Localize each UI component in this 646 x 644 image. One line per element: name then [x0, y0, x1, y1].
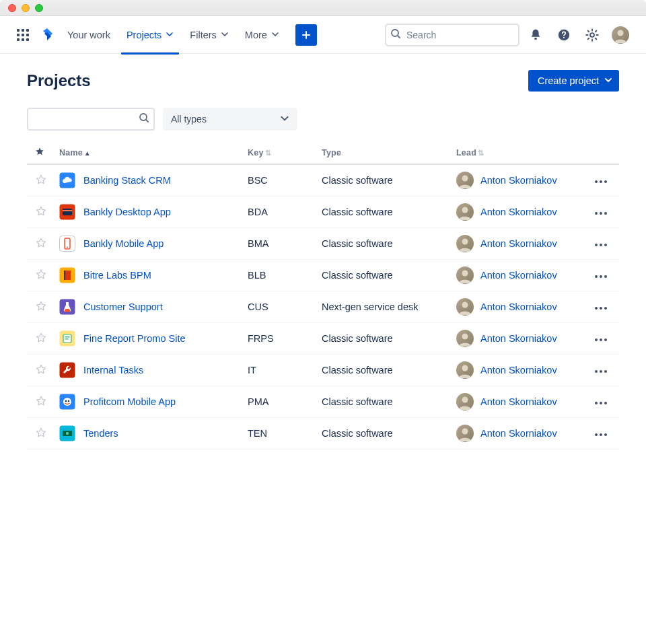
table-row: Bankly Desktop AppBDAClassic softwareAnt…: [27, 196, 619, 228]
notifications-button[interactable]: [524, 23, 548, 47]
lead-link[interactable]: Anton Skorniakov: [480, 207, 557, 217]
column-star[interactable]: [27, 141, 54, 164]
table-row: Fine Report Promo SiteFRPSClassic softwa…: [27, 323, 619, 355]
project-name-link[interactable]: Bitre Labs BPM: [83, 270, 151, 281]
row-more-actions[interactable]: [591, 208, 611, 219]
project-name-link[interactable]: Customer Support: [83, 301, 163, 312]
project-name-link[interactable]: Profitcom Mobile App: [83, 396, 176, 407]
chevron-down-icon: [221, 30, 229, 40]
row-lead-cell: Anton Skorniakov: [451, 291, 585, 323]
star-toggle[interactable]: [35, 205, 47, 217]
project-name-link[interactable]: Bankly Desktop App: [83, 207, 171, 217]
row-more-actions[interactable]: [591, 176, 611, 187]
project-avatar-icon: [59, 236, 75, 252]
page-header: Projects Create project: [27, 70, 619, 92]
svg-point-40: [65, 400, 67, 402]
star-toggle[interactable]: [35, 269, 47, 281]
star-toggle[interactable]: [35, 300, 47, 312]
row-key-cell: IT: [242, 355, 316, 386]
star-toggle[interactable]: [35, 427, 47, 439]
row-more-actions[interactable]: [591, 240, 611, 250]
project-name-link[interactable]: Tenders: [83, 428, 118, 439]
create-button[interactable]: [295, 24, 317, 46]
row-key-cell: FRPS: [242, 323, 316, 355]
project-type: Classic software: [322, 207, 393, 217]
window-minimize-icon[interactable]: [22, 4, 30, 12]
star-toggle[interactable]: [35, 174, 47, 186]
svg-point-30: [462, 302, 468, 308]
project-key: CUS: [248, 301, 268, 312]
project-filter-search: [27, 108, 155, 131]
row-lead-cell: Anton Skorniakov: [451, 355, 585, 386]
window-zoom-icon[interactable]: [35, 4, 43, 12]
lead-link[interactable]: Anton Skorniakov: [480, 301, 557, 312]
column-lead[interactable]: Lead⇅: [451, 141, 585, 164]
star-toggle[interactable]: [35, 332, 47, 344]
nav-filters[interactable]: Filters: [182, 16, 236, 54]
app-switcher-button[interactable]: [11, 22, 35, 48]
project-key: TEN: [248, 428, 267, 439]
row-actions-cell: [585, 164, 619, 196]
star-toggle[interactable]: [35, 363, 47, 375]
lead-link[interactable]: Anton Skorniakov: [480, 270, 557, 281]
star-toggle[interactable]: [35, 237, 47, 249]
nav-your-work[interactable]: Your work: [59, 16, 118, 54]
project-key: IT: [248, 365, 256, 375]
star-toggle[interactable]: [35, 395, 47, 407]
row-star-cell: [27, 196, 54, 228]
project-name-link[interactable]: Fine Report Promo Site: [83, 333, 186, 344]
window-close-icon[interactable]: [8, 4, 16, 12]
row-lead-cell: Anton Skorniakov: [451, 323, 585, 355]
column-name[interactable]: Name▲: [54, 141, 242, 164]
column-type[interactable]: Type: [316, 141, 451, 164]
project-name-link[interactable]: Banking Stack CRM: [83, 175, 171, 186]
project-filter-input[interactable]: [27, 108, 155, 131]
settings-button[interactable]: [580, 23, 604, 47]
row-type-cell: Classic software: [316, 164, 451, 196]
project-key: PMA: [248, 396, 268, 407]
nav-more-label: More: [245, 30, 267, 40]
nav-more[interactable]: More: [237, 16, 287, 54]
row-star-cell: [27, 228, 54, 260]
lead-link[interactable]: Anton Skorniakov: [480, 396, 557, 407]
row-lead-cell: Anton Skorniakov: [451, 260, 585, 291]
main-content: Projects Create project All types: [0, 54, 646, 466]
project-key: BLB: [248, 270, 266, 281]
nav-projects[interactable]: Projects: [118, 16, 182, 54]
global-search: [385, 24, 519, 46]
star-outline-icon: [35, 427, 47, 439]
svg-point-3: [563, 36, 565, 38]
help-button[interactable]: [552, 23, 576, 47]
svg-point-45: [66, 432, 69, 435]
row-more-actions[interactable]: [591, 398, 611, 408]
project-name-link[interactable]: Bankly Mobile App: [83, 238, 164, 249]
column-key[interactable]: Key⇅: [242, 141, 316, 164]
row-lead-cell: Anton Skorniakov: [451, 386, 585, 418]
lead-avatar-icon: [456, 266, 474, 284]
row-key-cell: TEN: [242, 418, 316, 450]
lead-link[interactable]: Anton Skorniakov: [480, 365, 557, 375]
lead-link[interactable]: Anton Skorniakov: [480, 428, 557, 439]
row-more-actions[interactable]: [591, 303, 611, 314]
gear-icon: [585, 28, 600, 42]
product-logo[interactable]: [35, 22, 59, 48]
lead-link[interactable]: Anton Skorniakov: [480, 175, 557, 186]
create-project-button[interactable]: Create project: [528, 70, 619, 92]
row-more-actions[interactable]: [591, 334, 611, 345]
row-more-actions[interactable]: [591, 271, 611, 282]
row-name-cell: Fine Report Promo Site: [54, 323, 242, 355]
row-key-cell: BMA: [242, 228, 316, 260]
type-filter-select[interactable]: All types: [163, 108, 297, 131]
top-nav: Your work Projects Filters More: [0, 16, 646, 54]
table-row: TendersTENClassic softwareAnton Skorniak…: [27, 418, 619, 450]
search-input[interactable]: [385, 24, 519, 46]
row-star-cell: [27, 323, 54, 355]
row-key-cell: PMA: [242, 386, 316, 418]
project-name-link[interactable]: Internal Tasks: [83, 365, 143, 375]
row-more-actions[interactable]: [591, 429, 611, 440]
type-filter-label: All types: [171, 114, 207, 124]
lead-link[interactable]: Anton Skorniakov: [480, 238, 557, 249]
lead-link[interactable]: Anton Skorniakov: [480, 333, 557, 344]
profile-button[interactable]: [608, 23, 633, 47]
row-more-actions[interactable]: [591, 366, 611, 377]
